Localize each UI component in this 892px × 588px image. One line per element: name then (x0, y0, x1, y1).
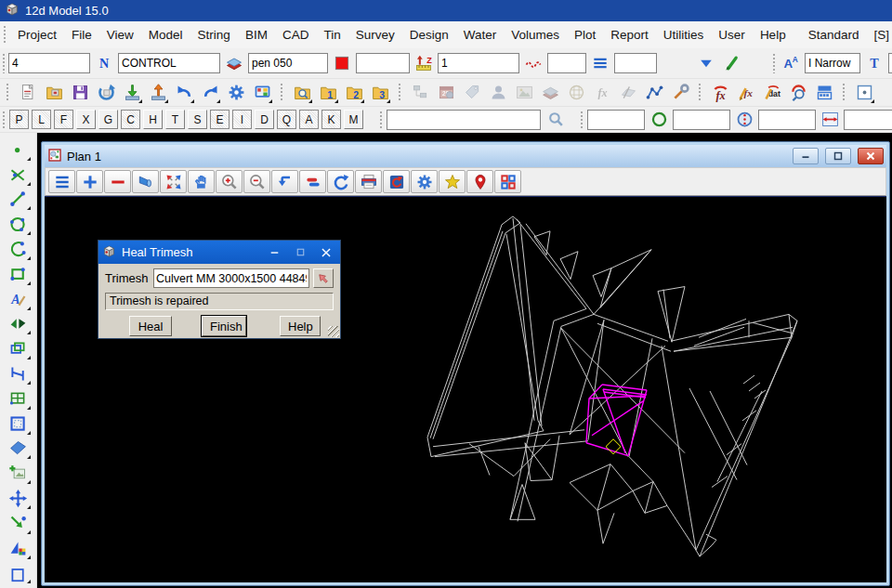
snap-toggle-i[interactable]: I (232, 110, 252, 129)
view-cone-button[interactable] (132, 170, 159, 193)
pick-button[interactable] (313, 268, 334, 288)
colour-swatch-button[interactable] (330, 51, 354, 75)
open-folder-button[interactable] (42, 81, 66, 105)
pan-hand-button[interactable] (188, 170, 215, 193)
fx-pen-button[interactable]: fx (734, 81, 758, 105)
snap-circle-field-button[interactable] (647, 108, 671, 132)
dat-edit-button[interactable]: dat (760, 81, 784, 105)
fx-red-button[interactable]: fx (708, 81, 732, 105)
snap-point-field-button[interactable] (732, 108, 756, 132)
snapfields-grip[interactable] (580, 111, 584, 128)
dialog-maximize-button[interactable] (290, 243, 310, 261)
draw-polygon-button[interactable] (5, 212, 33, 237)
plan-close-button[interactable] (858, 148, 884, 164)
linewidth-button[interactable] (588, 51, 612, 75)
menu-volumes[interactable]: Volumes (504, 21, 567, 48)
edit-pen-button[interactable] (720, 51, 744, 75)
snaprow-grip[interactable] (2, 111, 7, 128)
height-button[interactable]: Z (412, 51, 436, 75)
draw-symbol-button[interactable] (5, 312, 33, 337)
snap-toggle-x[interactable]: X (76, 110, 96, 129)
colour-input[interactable] (356, 53, 410, 73)
image-button[interactable] (512, 81, 536, 105)
draw-line-button[interactable] (5, 188, 33, 213)
toolbar-grip[interactable] (280, 83, 284, 101)
insert-image-button[interactable] (5, 461, 33, 486)
settings-gear-button[interactable] (224, 81, 248, 105)
pen-input[interactable] (248, 53, 328, 73)
function-input[interactable] (8, 53, 90, 73)
toolbar-grip[interactable] (698, 83, 702, 101)
draw-arc-button[interactable] (5, 237, 33, 262)
plan-titlebar[interactable]: Plan 1 (45, 145, 886, 167)
snap-toggle-m[interactable]: M (344, 110, 363, 129)
snap-height-field-input[interactable] (844, 110, 892, 130)
dialog-titlebar[interactable]: Heal Trimesh (98, 241, 340, 264)
draw-rectangle-button[interactable] (5, 262, 33, 287)
name-button[interactable]: N (92, 51, 116, 75)
menu-view[interactable]: View (99, 21, 141, 48)
snap-toggle-h[interactable]: H (143, 110, 163, 129)
linestyle-input[interactable] (547, 53, 586, 73)
search-button[interactable] (544, 108, 568, 132)
refresh-view-button[interactable] (327, 170, 354, 193)
folder-search-button[interactable] (290, 81, 314, 105)
menu-model[interactable]: Model (141, 21, 190, 48)
zoom-in-button[interactable] (216, 170, 243, 193)
trimesh-input[interactable] (153, 268, 309, 288)
dialog-resize-grip[interactable] (328, 326, 339, 337)
layers-gray-button[interactable] (538, 81, 562, 105)
snap-pointer-button[interactable] (5, 511, 33, 536)
fx-button[interactable]: fx (590, 81, 614, 105)
snap-toggle-f[interactable]: F (54, 110, 73, 129)
view-settings-button[interactable] (411, 170, 438, 193)
snap-toggle-k[interactable]: K (321, 110, 341, 129)
menubar-grip[interactable] (3, 25, 7, 44)
model-input[interactable] (118, 53, 220, 73)
menu-design[interactable]: Design (402, 21, 456, 48)
redo-button[interactable] (198, 81, 222, 105)
textstyle-input[interactable] (805, 53, 860, 73)
screen-layout-button[interactable] (250, 81, 274, 105)
menu-right-s[interactable]: [S] (866, 21, 892, 48)
layout-grid-button[interactable] (494, 170, 521, 193)
plan-minimize-button[interactable] (793, 148, 819, 164)
snap-circle-field-input[interactable] (587, 110, 645, 130)
move-tool-button[interactable] (5, 486, 33, 511)
new-file-button[interactable] (16, 81, 40, 105)
zoom-out-button[interactable] (243, 170, 270, 193)
polyline-button[interactable] (642, 81, 666, 105)
snap-toggle-e[interactable]: E (210, 110, 230, 129)
linestyle-button[interactable] (521, 51, 545, 75)
folder-3-button[interactable]: 3 (368, 81, 392, 105)
snap-toggle-d[interactable]: D (255, 110, 274, 129)
snap-toggle-g[interactable]: G (98, 110, 118, 129)
model-list-button[interactable] (222, 51, 246, 75)
menu-project[interactable]: Project (10, 21, 64, 48)
select-box-button[interactable] (5, 412, 33, 437)
menu-survey[interactable]: Survey (348, 21, 402, 48)
import-button[interactable] (120, 81, 144, 105)
textstyle-button[interactable]: AA (779, 51, 803, 75)
dialog-minimize-button[interactable] (264, 243, 284, 261)
searchbox-grip[interactable] (379, 111, 384, 128)
favourites-star-button[interactable] (439, 170, 466, 193)
toggle-strings-button[interactable] (299, 170, 326, 193)
print-view-button[interactable] (355, 170, 382, 193)
face-tool-button[interactable] (5, 437, 33, 462)
view-menu-button[interactable] (48, 170, 75, 193)
snap-toggle-q[interactable]: Q (277, 110, 296, 129)
export-button[interactable] (146, 81, 170, 105)
height-input[interactable] (438, 53, 519, 73)
regen-view-button[interactable] (383, 170, 410, 193)
menu-file[interactable]: File (64, 21, 99, 48)
panel-window-button[interactable] (812, 81, 836, 105)
snap-toggle-s[interactable]: S (188, 110, 207, 129)
snap-toggle-c[interactable]: C (121, 110, 140, 129)
calendar-button[interactable]: 20 (434, 81, 458, 105)
heal-button[interactable]: Heal (129, 316, 172, 336)
snap-width-field-input[interactable] (758, 110, 816, 130)
menu-bim[interactable]: BIM (238, 21, 275, 48)
menu-help[interactable]: Help (753, 21, 794, 48)
snap-toggle-l[interactable]: L (32, 110, 51, 129)
